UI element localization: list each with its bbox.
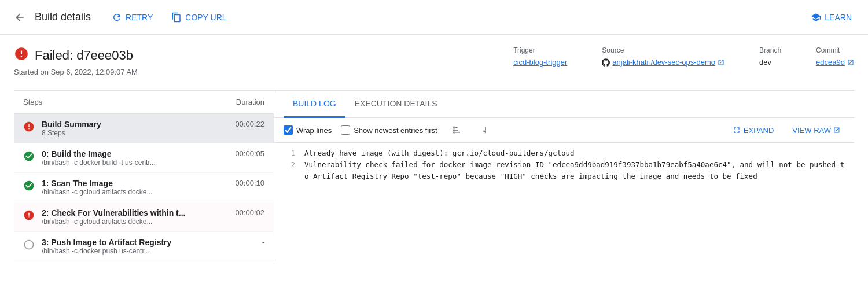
step-row[interactable]: 3: Push Image to Artifact Registry /bin/… [14, 232, 274, 261]
view-raw-button[interactable]: VIEW RAW [788, 124, 845, 137]
log-line-text: Already have image (with digest): gcr.io… [304, 147, 575, 159]
branch-value: dev [759, 58, 781, 67]
step-sub: 8 Steps [42, 129, 228, 137]
build-title: Failed: d7eee03b [14, 46, 513, 64]
step-name: Build Summary [42, 120, 228, 129]
step-duration: 00:00:10 [235, 179, 264, 187]
commit-value[interactable]: edcea9d [816, 58, 854, 67]
duration-col-header: Duration [236, 98, 264, 106]
step-pending-icon [23, 239, 35, 253]
right-panel: BUILD LOG EXECUTION DETAILS Wrap lines S… [274, 91, 854, 261]
step-content: 3: Push Image to Artifact Registry /bin/… [42, 238, 255, 255]
scroll-bottom-button[interactable] [476, 123, 495, 138]
log-toolbar: Wrap lines Show newest entries first [274, 118, 854, 143]
step-content: Build Summary 8 Steps [42, 120, 228, 137]
expand-button[interactable]: EXPAND [727, 123, 779, 137]
step-content: 1: Scan The Image /bin/bash -c gcloud ar… [42, 179, 228, 196]
retry-label: RETRY [126, 13, 153, 22]
copy-icon [171, 12, 182, 23]
view-raw-external-icon [833, 127, 840, 134]
build-header: Failed: d7eee03b Started on Sep 6, 2022,… [14, 46, 854, 76]
tab-build-log[interactable]: BUILD LOG [284, 91, 345, 118]
content-area: Failed: d7eee03b Started on Sep 6, 2022,… [0, 35, 868, 273]
copy-url-button[interactable]: COPY URL [164, 8, 233, 27]
external-link-icon [718, 59, 724, 66]
learn-label: LEARN [825, 13, 852, 22]
step-duration: - [262, 238, 264, 246]
step-content: 2: Check For Vulnerabilities within t...… [42, 208, 228, 226]
view-raw-label: VIEW RAW [792, 126, 831, 135]
build-info: Failed: d7eee03b Started on Sep 6, 2022,… [14, 46, 513, 76]
source-value[interactable]: anjali-khatri/dev-sec-ops-demo [602, 58, 724, 67]
steps-panel: Steps Duration Build Summary 8 Steps 00:… [14, 91, 274, 261]
copy-url-label: COPY URL [185, 13, 226, 22]
topbar: Build details RETRY COPY URL LEARN [0, 0, 868, 35]
step-name: 3: Push Image to Artifact Registry [42, 238, 255, 247]
learn-button[interactable]: LEARN [804, 8, 859, 27]
step-error-icon [23, 209, 35, 224]
build-started: Started on Sep 6, 2022, 12:09:07 AM [14, 68, 513, 76]
log-line: 2 Vulnerability check failed for docker … [284, 159, 845, 182]
main-layout: Steps Duration Build Summary 8 Steps 00:… [14, 91, 854, 261]
build-status-icon [14, 46, 29, 64]
source-label: Source [602, 46, 724, 54]
step-sub: /bin/bash -c docker build -t us-centr... [42, 158, 228, 167]
step-error-icon [23, 121, 35, 135]
tab-execution-details[interactable]: EXECUTION DETAILS [345, 91, 447, 118]
show-newest-label: Show newest entries first [354, 126, 437, 135]
log-content: 1 Already have image (with digest): gcr.… [274, 143, 854, 187]
trigger-value[interactable]: cicd-blog-trigger [513, 58, 567, 67]
back-icon [14, 12, 25, 23]
commit-external-link-icon [847, 59, 854, 66]
step-duration: 00:00:02 [235, 208, 264, 217]
steps-header: Steps Duration [14, 91, 274, 114]
expand-label: EXPAND [744, 126, 774, 135]
trigger-label: Trigger [513, 46, 567, 54]
scroll-top-button[interactable] [447, 123, 466, 138]
scroll-top-icon [451, 125, 462, 135]
meta-source: Source anjali-khatri/dev-sec-ops-demo [602, 46, 724, 67]
meta-commit: Commit edcea9d [816, 46, 854, 67]
meta-branch: Branch dev [759, 46, 781, 67]
step-success-icon [23, 180, 35, 194]
wrap-lines-label: Wrap lines [296, 126, 332, 135]
meta-trigger: Trigger cicd-blog-trigger [513, 46, 567, 67]
log-line: 1 Already have image (with digest): gcr.… [284, 147, 845, 159]
commit-label: Commit [816, 46, 854, 54]
step-row[interactable]: Build Summary 8 Steps 00:00:22 [14, 114, 274, 143]
step-sub: /bin/bash -c docker push us-centr... [42, 247, 255, 255]
step-row[interactable]: 1: Scan The Image /bin/bash -c gcloud ar… [14, 173, 274, 202]
step-sub: /bin/bash -c gcloud artifacts docke... [42, 188, 228, 196]
wrap-lines-toggle[interactable]: Wrap lines [284, 125, 332, 135]
step-name: 1: Scan The Image [42, 179, 228, 188]
retry-icon [112, 12, 122, 23]
expand-icon [732, 125, 741, 135]
build-meta: Trigger cicd-blog-trigger Source anjali-… [513, 46, 854, 67]
log-line-text: Vulnerability check failed for docker im… [304, 159, 845, 182]
step-row[interactable]: 0: Build the Image /bin/bash -c docker b… [14, 143, 274, 173]
branch-label: Branch [759, 46, 781, 54]
tab-bar: BUILD LOG EXECUTION DETAILS [274, 91, 854, 118]
learn-icon [811, 12, 821, 23]
step-name: 0: Build the Image [42, 149, 228, 158]
log-line-number: 2 [284, 159, 295, 182]
show-newest-toggle[interactable]: Show newest entries first [341, 125, 437, 135]
step-row[interactable]: 2: Check For Vulnerabilities within t...… [14, 202, 274, 232]
build-status-text: Failed: d7eee03b [35, 48, 133, 63]
show-newest-checkbox[interactable] [341, 125, 350, 135]
wrap-lines-checkbox[interactable] [284, 125, 293, 135]
log-line-number: 1 [284, 147, 295, 159]
github-icon [602, 58, 610, 67]
step-content: 0: Build the Image /bin/bash -c docker b… [42, 149, 228, 167]
step-sub: /bin/bash -c gcloud artifacts docke... [42, 217, 228, 226]
retry-button[interactable]: RETRY [105, 8, 160, 27]
step-duration: 00:00:05 [235, 149, 264, 158]
back-button[interactable] [9, 7, 30, 28]
page-title: Build details [35, 11, 91, 23]
step-duration: 00:00:22 [235, 120, 264, 128]
steps-col-header: Steps [23, 98, 42, 106]
scroll-bottom-icon [480, 125, 491, 135]
step-name: 2: Check For Vulnerabilities within t... [42, 208, 228, 217]
step-success-icon [23, 150, 35, 165]
